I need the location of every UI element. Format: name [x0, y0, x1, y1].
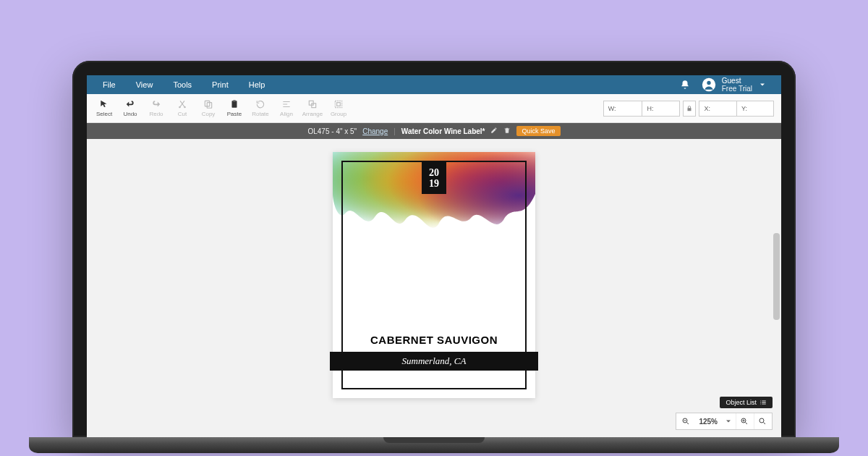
svg-point-2	[179, 106, 181, 109]
wine-name-text[interactable]: CABERNET SAUVIGON	[333, 334, 535, 346]
bell-icon[interactable]	[680, 80, 690, 90]
menu-print[interactable]: Print	[202, 80, 239, 89]
menu-help[interactable]: Help	[239, 80, 276, 89]
screen-bezel: File View Tools Print Help	[72, 61, 796, 437]
h-label: H:	[642, 105, 658, 112]
user-icon	[702, 77, 716, 92]
user-text: Guest Free Trial	[722, 77, 752, 93]
menu-view[interactable]: View	[126, 80, 163, 89]
app-screen: File View Tools Print Help	[87, 75, 781, 437]
group-button[interactable]: Group	[326, 95, 352, 122]
laptop-frame: File View Tools Print Help	[72, 61, 796, 453]
svg-point-1	[707, 81, 710, 85]
y-label: Y:	[737, 105, 752, 112]
delete-icon[interactable]	[503, 127, 511, 135]
change-template-link[interactable]: Change	[362, 127, 388, 135]
toolbar: Select Undo Redo Cut Copy	[87, 94, 781, 123]
origin-text[interactable]: Summerland, CA	[330, 352, 538, 371]
menu-tools[interactable]: Tools	[163, 80, 202, 89]
svg-rect-10	[335, 101, 341, 107]
user-name-label: Guest	[722, 77, 752, 85]
undo-button[interactable]: Undo	[117, 95, 143, 122]
paste-button[interactable]: Paste	[221, 95, 247, 122]
doc-title: Water Color Wine Label*	[401, 127, 485, 135]
redo-button[interactable]: Redo	[143, 95, 169, 122]
user-area: Guest Free Trial	[680, 75, 775, 95]
zoom-fit-button[interactable]	[754, 413, 770, 429]
doc-sku: OL475 - 4" x 5"	[307, 127, 357, 135]
select-button[interactable]: Select	[91, 95, 117, 122]
zoom-dropdown-icon[interactable]	[723, 413, 734, 429]
w-label: W:	[604, 105, 621, 112]
position-fields[interactable]: X: Y:	[699, 101, 774, 117]
copy-button[interactable]: Copy	[195, 95, 221, 122]
zoom-controls: 125%	[676, 413, 773, 430]
user-menu[interactable]: Guest Free Trial	[697, 75, 771, 95]
edit-title-icon[interactable]	[490, 127, 498, 135]
menubar: File View Tools Print Help	[87, 75, 781, 94]
quick-save-button[interactable]: Quick Save	[516, 126, 560, 136]
vertical-scrollbar[interactable]	[773, 233, 780, 320]
zoom-value[interactable]: 125%	[695, 413, 721, 429]
lock-aspect-button[interactable]	[683, 101, 696, 117]
size-fields[interactable]: W: H:	[603, 101, 681, 117]
align-button[interactable]: Align	[273, 95, 299, 122]
cut-button[interactable]: Cut	[169, 95, 195, 122]
user-plan-label: Free Trial	[722, 85, 752, 93]
menu-items: File View Tools Print Help	[93, 80, 275, 89]
zoom-in-button[interactable]	[736, 413, 752, 429]
document-info-bar: OL475 - 4" x 5" Change | Water Color Win…	[87, 123, 781, 139]
svg-rect-6	[232, 101, 237, 107]
zoom-out-button[interactable]	[678, 413, 694, 429]
label-artboard[interactable]: 20 19 CABERNET SAUVIGON Summerland, CA	[333, 152, 535, 398]
canvas-area[interactable]: 20 19 CABERNET SAUVIGON Summerland, CA O…	[87, 139, 781, 437]
object-list-button[interactable]: Object List	[720, 397, 773, 408]
x-label: X:	[699, 105, 715, 112]
laptop-base	[29, 437, 839, 453]
svg-rect-11	[337, 103, 341, 106]
year-badge[interactable]: 20 19	[422, 162, 446, 194]
menu-file[interactable]: File	[93, 80, 126, 89]
svg-point-3	[184, 106, 186, 109]
arrange-button[interactable]: Arrange	[299, 95, 326, 122]
svg-point-20	[760, 418, 764, 423]
rotate-button[interactable]: Rotate	[247, 95, 273, 122]
svg-rect-7	[233, 100, 236, 101]
chevron-down-icon	[758, 80, 767, 89]
